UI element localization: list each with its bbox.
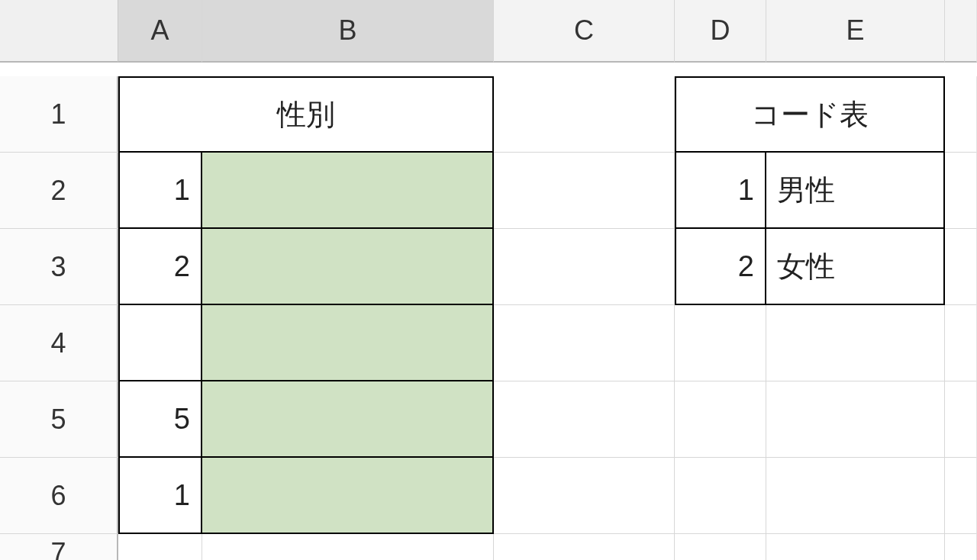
row-header-1[interactable]: 1 [0,76,118,153]
cell-F4[interactable] [945,305,977,381]
cell-A5[interactable]: 5 [118,381,202,458]
cell-D5[interactable] [675,381,766,458]
col-header-E[interactable]: E [766,0,945,63]
cell-E6[interactable] [766,458,945,534]
cell-A3[interactable]: 2 [118,229,202,305]
col-header-B[interactable]: B [202,0,494,63]
cell-E3[interactable]: 女性 [766,229,945,305]
cell-E4[interactable] [766,305,945,381]
select-all-corner[interactable] [0,0,118,63]
cell-F6[interactable] [945,458,977,534]
left-table-header[interactable]: 性別 [118,76,494,153]
cell-C2[interactable] [494,153,675,229]
cell-C4[interactable] [494,305,675,381]
col-header-C[interactable]: C [494,0,675,63]
cell-A2[interactable]: 1 [118,153,202,229]
cell-F5[interactable] [945,381,977,458]
col-header-A[interactable]: A [118,0,202,63]
cell-E2[interactable]: 男性 [766,153,945,229]
cell-E7[interactable] [766,534,945,560]
cell-C7[interactable] [494,534,675,560]
row-header-3[interactable]: 3 [0,229,118,305]
col-header-D[interactable]: D [675,0,766,63]
cell-E5[interactable] [766,381,945,458]
cell-F3[interactable] [945,229,977,305]
row-header-5[interactable]: 5 [0,381,118,458]
cell-D4[interactable] [675,305,766,381]
cell-F2[interactable] [945,153,977,229]
cell-C3[interactable] [494,229,675,305]
spreadsheet-grid[interactable]: A B C D E 1 性別 コード表 2 1 1 男性 3 2 2 女性 4 [0,0,977,560]
right-table-header[interactable]: コード表 [675,76,945,153]
row-header-7[interactable]: 7 [0,534,118,560]
cell-D2[interactable]: 1 [675,153,766,229]
col-header-edge [945,0,977,63]
cell-D6[interactable] [675,458,766,534]
row-header-6[interactable]: 6 [0,458,118,534]
cell-F1[interactable] [945,76,977,153]
cell-B3[interactable] [202,229,494,305]
cell-B4[interactable] [202,305,494,381]
cell-B7[interactable] [202,534,494,560]
cell-B6[interactable] [202,458,494,534]
cell-C1[interactable] [494,76,675,153]
cell-C5[interactable] [494,381,675,458]
cell-A6[interactable]: 1 [118,458,202,534]
cell-D3[interactable]: 2 [675,229,766,305]
row-header-4[interactable]: 4 [0,305,118,381]
cell-F7[interactable] [945,534,977,560]
cell-D7[interactable] [675,534,766,560]
cell-C6[interactable] [494,458,675,534]
cell-B5[interactable] [202,381,494,458]
row-header-2[interactable]: 2 [0,153,118,229]
cell-A4[interactable] [118,305,202,381]
cell-B2[interactable] [202,153,494,229]
cell-A7[interactable] [118,534,202,560]
